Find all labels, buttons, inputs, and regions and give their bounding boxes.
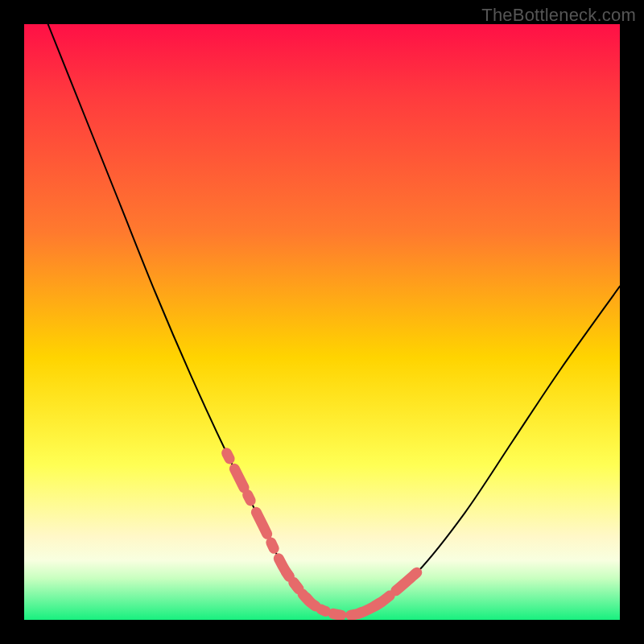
bottleneck-curve bbox=[48, 24, 620, 615]
chart-frame bbox=[24, 24, 620, 620]
dash-bottom bbox=[287, 572, 382, 616]
chart-svg bbox=[24, 24, 620, 620]
curve-dash-highlight bbox=[227, 453, 418, 616]
watermark-text: TheBottleneck.com bbox=[481, 5, 636, 26]
